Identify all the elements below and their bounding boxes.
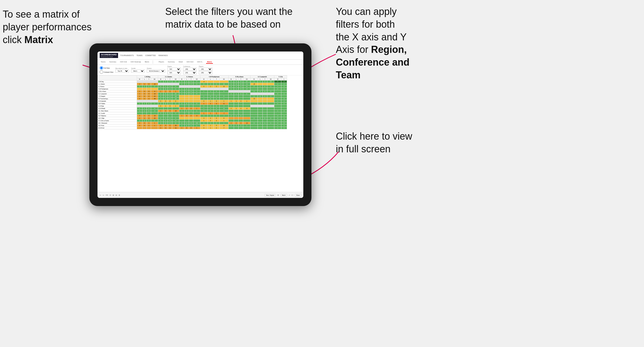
nav-committee[interactable]: COMMITTEE: [145, 54, 156, 57]
col-header-4: 4. M Thorbjornsen: [200, 76, 228, 78]
toolbar-icon-minus[interactable]: ⊟: [116, 194, 117, 196]
players-filter: Players (All) (All): [199, 66, 212, 74]
max-players-select[interactable]: Top 25: [115, 69, 129, 73]
toolbar-icon-redo[interactable]: ↪: [103, 194, 104, 196]
col-header-5: 5. M La Sasso: [228, 76, 251, 78]
table-row: 11. M Ege 0101 0104: [98, 105, 287, 107]
tablet-frame: SCOREBOARD Powered by clippd TOURNAMENTS…: [89, 43, 311, 206]
tab-p-summary[interactable]: Summary: [167, 60, 176, 64]
tab-h2h-heatmap[interactable]: H2H Heatmap: [129, 60, 142, 64]
toolbar-icon-refresh[interactable]: ⟳: [110, 194, 111, 196]
conference-filter: Conference (All) (All): [183, 66, 197, 74]
col-header-7: 7. G Sa: [274, 76, 287, 78]
toolbar-icon-watch[interactable]: 👁: [277, 194, 279, 196]
sub-nav: Teams Summary H2H Grid H2H Heatmap Matri…: [97, 60, 303, 65]
table-row: 9. N Gabrelcik 0009 0101 1101 11: [98, 100, 287, 102]
table-row: 20. M Ford 331-11 1001 0107 11: [98, 127, 287, 129]
table-row: 8. P Summerhays 512-48 220-16 1001 -13 1…: [98, 98, 287, 100]
view-options: Full View Compact View: [100, 66, 113, 74]
toolbar-icon-settings[interactable]: ⚙: [119, 194, 120, 196]
col-header-name: [98, 76, 137, 81]
filters-row: Full View Compact View Max players in vi…: [97, 65, 303, 75]
matrix-table: 1. W Ding 2. L Clanton 3. J Koivun 4. M …: [97, 75, 287, 129]
table-row: 14. J Lundin 1101 110-7: [98, 112, 287, 115]
table-row: 17. S De La Fuente 2000 110-8 1001 02: [98, 120, 287, 122]
tab-p-detail[interactable]: Detail: [177, 60, 184, 64]
tab-matrix[interactable]: Matrix: [144, 60, 150, 64]
full-view-radio[interactable]: [100, 66, 103, 70]
col-header-2: 2. L Clanton: [158, 76, 179, 78]
players-x-select[interactable]: (All): [199, 68, 212, 71]
gender-select[interactable]: Men's: [131, 69, 145, 73]
table-row: 16. K Vilips 210-25 2204 3308 0500 01: [98, 117, 287, 120]
toolbar-icon-forward[interactable]: ⟶: [106, 194, 108, 196]
table-row: 15. P Maichon 410-19 100-6 410-7 210 22: [98, 115, 287, 117]
toolbar-icon-expand[interactable]: ⤢: [289, 194, 290, 196]
table-row: 18. C Sherwood 2011 1300 110-15 0101 220…: [98, 122, 287, 124]
tab-p-h2h-h[interactable]: H2H H...: [196, 60, 204, 64]
toolbar: ↩ ↪ ⟶ ⟳ ⊞ ⊟ ⚙ View: Original 👁 Watch ⤢ ⛶…: [97, 192, 303, 198]
region-y-select[interactable]: N/A: [167, 71, 181, 74]
scoreboard-logo: SCOREBOARD Powered by clippd: [100, 53, 118, 58]
table-row: 3. J Koivun 1102 0100 01013 04011 0103 1…: [98, 85, 287, 88]
watch-button[interactable]: Watch: [281, 194, 287, 197]
share-button[interactable]: Share: [295, 194, 301, 197]
table-row: 1. W Ding 12011 1100 -2 12017 01013 02: [98, 81, 287, 83]
col-header-1: 1. W Ding: [137, 76, 158, 78]
tablet-screen: SCOREBOARD Powered by clippd TOURNAMENTS…: [97, 52, 303, 198]
gender-filter: Gender Men's: [131, 68, 145, 73]
tab-players[interactable]: Players: [158, 60, 165, 64]
nav-teams[interactable]: TEAMS: [136, 54, 142, 57]
players-y-select[interactable]: (All): [199, 71, 212, 74]
toolbar-icon-fullscreen[interactable]: ⛶: [292, 194, 293, 196]
view-original-button[interactable]: View: Original: [265, 194, 276, 197]
table-row: 7. G Sargent 200-15 200-16 1005 0003: [98, 95, 287, 98]
scoreboard-header: SCOREBOARD Powered by clippd TOURNAMENTS…: [97, 52, 303, 60]
tab-p-h2h-grid[interactable]: H2H Grid: [186, 60, 194, 64]
region-x-select[interactable]: N/A: [167, 68, 181, 71]
col-header-6: 6. C Lamprecht: [251, 76, 274, 78]
table-row: 6. C Lamprecht 100-16 24124 1000 1106 01: [98, 93, 287, 95]
table-row: 12. M Riedel 110-6 1101 11014 010-6: [98, 107, 287, 110]
tab-h2h-grid[interactable]: H2H Grid: [119, 60, 128, 64]
matrix-area[interactable]: 1. W Ding 2. L Clanton 3. J Koivun 4. M …: [97, 75, 303, 192]
table-row: 10. B Valdes 1101 0010 1010 10011 11: [98, 102, 287, 105]
max-players-filter: Max players in view Top 25: [115, 68, 129, 73]
compact-view-option[interactable]: Compact View: [100, 70, 113, 74]
tab-teams[interactable]: Teams: [100, 60, 107, 64]
conference-x-select[interactable]: (All): [183, 68, 197, 71]
division-select[interactable]: NCAA Division I: [147, 69, 165, 73]
conference-y-select[interactable]: (All): [183, 71, 197, 74]
table-row: 4. M Thorbjornsen 1010 1003 110-6 01: [98, 88, 287, 90]
compact-view-radio[interactable]: [100, 70, 103, 74]
toolbar-icon-add[interactable]: ⊞: [113, 194, 114, 196]
annotation-top-center: Select the filters you want the matrix d…: [165, 5, 301, 31]
table-row: 19. D Ford 2011 241-20 2001 01013 0101 1…: [98, 124, 287, 127]
full-view-option[interactable]: Full View: [100, 66, 113, 70]
annotation-bottom-right: Click here to view in full screen: [336, 130, 433, 156]
annotation-top-right: You can apply filters for both the X axi…: [336, 5, 439, 82]
nav-tournaments[interactable]: TOURNAMENTS: [120, 54, 134, 57]
main-nav: TOURNAMENTS TEAMS COMMITTEE RANKINGS: [120, 54, 168, 57]
table-row: 5. M La Sasso 100-6 1101 1101 1106 0003: [98, 90, 287, 93]
tab-summary[interactable]: Summary: [108, 60, 118, 64]
nav-rankings[interactable]: RANKINGS: [158, 54, 168, 57]
table-row: 2. L Clanton 210-16 0100 01013 100-6 -24…: [98, 83, 287, 85]
table-row: 13. J Skov Olesen 110-3 100-19 1001 220-…: [98, 110, 287, 112]
annotation-top-left: To see a matrix of player performances c…: [3, 8, 106, 46]
toolbar-icon-undo[interactable]: ↩: [100, 194, 101, 196]
col-header-3: 3. J Koivun: [179, 76, 200, 78]
division-filter: Division NCAA Division I: [147, 68, 165, 73]
region-filter: Region N/A N/A: [167, 66, 181, 74]
tab-active-matrix[interactable]: Matrix: [206, 60, 213, 64]
